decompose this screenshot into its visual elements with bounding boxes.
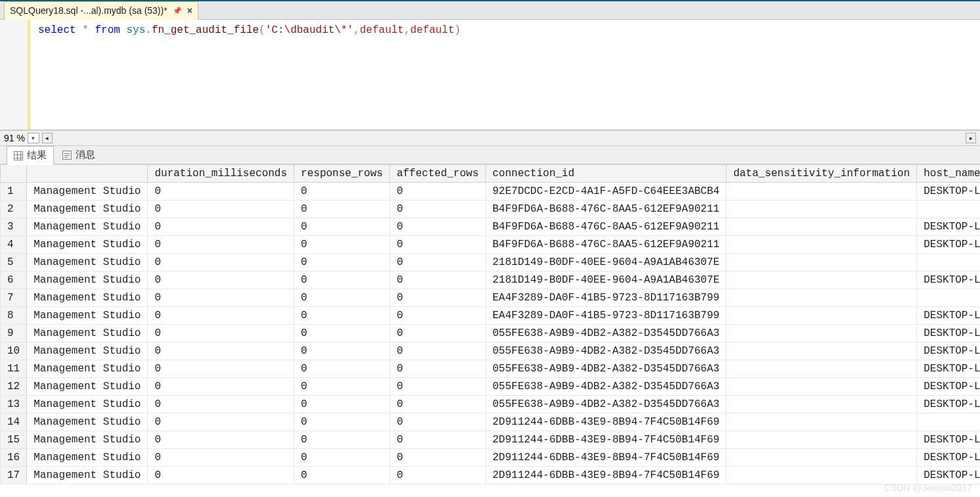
col-affected-rows[interactable]: affected_rows <box>390 165 485 183</box>
cell-affected-rows[interactable]: 0 <box>390 289 485 307</box>
results-grid[interactable]: duration_milliseconds response_rows affe… <box>0 164 980 485</box>
cell-response-rows[interactable]: 0 <box>294 325 390 343</box>
cell-response-rows[interactable]: 0 <box>294 449 390 467</box>
cell-duration[interactable]: 0 <box>148 183 294 201</box>
tab-messages[interactable]: 消息 <box>55 145 102 164</box>
cell-app[interactable]: Management Studio <box>27 467 148 485</box>
cell-affected-rows[interactable]: 0 <box>390 218 485 236</box>
table-row[interactable]: 1Management Studio00092E7DCDC-E2CD-4A1F-… <box>1 183 981 201</box>
col-connection-id[interactable]: connection_id <box>485 165 726 183</box>
cell-data-sensitivity[interactable] <box>726 183 917 201</box>
table-row[interactable]: 8Management Studio000EA4F3289-DA0F-41B5-… <box>1 307 981 325</box>
col-host-name[interactable]: host_name <box>917 165 980 183</box>
cell-connection-id[interactable]: 2181D149-B0DF-40EE-9604-A9A1AB46307E <box>485 254 726 272</box>
cell-host-name[interactable] <box>917 201 980 218</box>
cell-rownum[interactable]: 11 <box>1 360 27 378</box>
cell-data-sensitivity[interactable] <box>726 431 917 449</box>
cell-data-sensitivity[interactable] <box>726 449 917 467</box>
cell-response-rows[interactable]: 0 <box>294 254 390 272</box>
cell-duration[interactable]: 0 <box>148 218 294 236</box>
cell-app[interactable]: Management Studio <box>27 360 148 378</box>
pin-icon[interactable]: 📌 <box>173 7 182 15</box>
cell-affected-rows[interactable]: 0 <box>390 431 485 449</box>
cell-rownum[interactable]: 9 <box>1 325 27 343</box>
cell-host-name[interactable]: DESKTOP-LRRB77V <box>917 236 980 254</box>
cell-connection-id[interactable]: 2D911244-6DBB-43E9-8B94-7F4C50B14F69 <box>485 431 726 449</box>
cell-data-sensitivity[interactable] <box>726 218 917 236</box>
cell-app[interactable]: Management Studio <box>27 343 148 360</box>
cell-data-sensitivity[interactable] <box>726 325 917 343</box>
cell-connection-id[interactable]: B4F9FD6A-B688-476C-8AA5-612EF9A90211 <box>485 218 726 236</box>
cell-response-rows[interactable]: 0 <box>294 236 390 254</box>
cell-response-rows[interactable]: 0 <box>294 272 390 289</box>
table-row[interactable]: 10Management Studio000055FE638-A9B9-4DB2… <box>1 343 981 360</box>
table-row[interactable]: 11Management Studio000055FE638-A9B9-4DB2… <box>1 360 981 378</box>
cell-duration[interactable]: 0 <box>148 289 294 307</box>
cell-host-name[interactable]: DESKTOP-LRRB77V <box>917 218 980 236</box>
table-row[interactable]: 16Management Studio0002D911244-6DBB-43E9… <box>1 449 981 467</box>
cell-rownum[interactable]: 3 <box>1 218 27 236</box>
cell-affected-rows[interactable]: 0 <box>390 236 485 254</box>
cell-host-name[interactable]: DESKTOP-LRRB77V <box>917 307 980 325</box>
table-row[interactable]: 7Management Studio000EA4F3289-DA0F-41B5-… <box>1 289 981 307</box>
col-data-sensitivity[interactable]: data_sensitivity_information <box>726 165 917 183</box>
cell-response-rows[interactable]: 0 <box>294 307 390 325</box>
cell-affected-rows[interactable]: 0 <box>390 414 485 431</box>
zoom-dropdown-icon[interactable]: ▾ <box>28 133 39 143</box>
cell-data-sensitivity[interactable] <box>726 467 917 485</box>
zoom-value[interactable]: 91 % <box>4 133 25 143</box>
cell-app[interactable]: Management Studio <box>27 431 148 449</box>
cell-affected-rows[interactable]: 0 <box>390 272 485 289</box>
cell-data-sensitivity[interactable] <box>726 307 917 325</box>
cell-affected-rows[interactable]: 0 <box>390 183 485 201</box>
cell-data-sensitivity[interactable] <box>726 414 917 431</box>
cell-response-rows[interactable]: 0 <box>294 414 390 431</box>
cell-connection-id[interactable]: 055FE638-A9B9-4DB2-A382-D3545DD766A3 <box>485 360 726 378</box>
cell-response-rows[interactable]: 0 <box>294 343 390 360</box>
cell-data-sensitivity[interactable] <box>726 201 917 218</box>
cell-host-name[interactable]: DESKTOP-LRRB77V <box>917 449 980 467</box>
sql-editor[interactable]: select * from sys.fn_get_audit_file('C:\… <box>0 20 980 130</box>
cell-affected-rows[interactable]: 0 <box>390 396 485 414</box>
cell-duration[interactable]: 0 <box>148 307 294 325</box>
cell-response-rows[interactable]: 0 <box>294 431 390 449</box>
cell-duration[interactable]: 0 <box>148 343 294 360</box>
cell-connection-id[interactable]: 055FE638-A9B9-4DB2-A382-D3545DD766A3 <box>485 325 726 343</box>
cell-app[interactable]: Management Studio <box>27 396 148 414</box>
cell-response-rows[interactable]: 0 <box>294 378 390 396</box>
cell-rownum[interactable]: 4 <box>1 236 27 254</box>
cell-data-sensitivity[interactable] <box>726 360 917 378</box>
cell-response-rows[interactable]: 0 <box>294 467 390 485</box>
table-row[interactable]: 6Management Studio0002181D149-B0DF-40EE-… <box>1 272 981 289</box>
col-rownum[interactable] <box>1 165 27 183</box>
cell-response-rows[interactable]: 0 <box>294 289 390 307</box>
cell-rownum[interactable]: 16 <box>1 449 27 467</box>
cell-duration[interactable]: 0 <box>148 236 294 254</box>
cell-duration[interactable]: 0 <box>148 201 294 218</box>
document-tab[interactable]: SQLQuery18.sql -...al).mydb (sa (53))* 📌… <box>4 1 198 20</box>
cell-duration[interactable]: 0 <box>148 378 294 396</box>
cell-app[interactable]: Management Studio <box>27 289 148 307</box>
cell-rownum[interactable]: 15 <box>1 431 27 449</box>
table-row[interactable]: 4Management Studio000B4F9FD6A-B688-476C-… <box>1 236 981 254</box>
cell-host-name[interactable] <box>917 414 980 431</box>
cell-app[interactable]: Management Studio <box>27 325 148 343</box>
cell-rownum[interactable]: 7 <box>1 289 27 307</box>
cell-app[interactable]: Management Studio <box>27 414 148 431</box>
cell-response-rows[interactable]: 0 <box>294 183 390 201</box>
table-row[interactable]: 9Management Studio000055FE638-A9B9-4DB2-… <box>1 325 981 343</box>
results-grid-wrap[interactable]: duration_milliseconds response_rows affe… <box>0 164 980 497</box>
cell-host-name[interactable]: DESKTOP-LRRB77V <box>917 360 980 378</box>
cell-host-name[interactable]: DESKTOP-LRRB77V <box>917 272 980 289</box>
cell-affected-rows[interactable]: 0 <box>390 378 485 396</box>
cell-connection-id[interactable]: 92E7DCDC-E2CD-4A1F-A5FD-C64EEE3ABCB4 <box>485 183 726 201</box>
cell-affected-rows[interactable]: 0 <box>390 201 485 218</box>
cell-rownum[interactable]: 12 <box>1 378 27 396</box>
cell-data-sensitivity[interactable] <box>726 289 917 307</box>
cell-app[interactable]: Management Studio <box>27 449 148 467</box>
table-row[interactable]: 2Management Studio000B4F9FD6A-B688-476C-… <box>1 201 981 218</box>
cell-response-rows[interactable]: 0 <box>294 201 390 218</box>
cell-rownum[interactable]: 8 <box>1 307 27 325</box>
col-response-rows[interactable]: response_rows <box>294 165 390 183</box>
close-icon[interactable]: × <box>187 5 192 16</box>
